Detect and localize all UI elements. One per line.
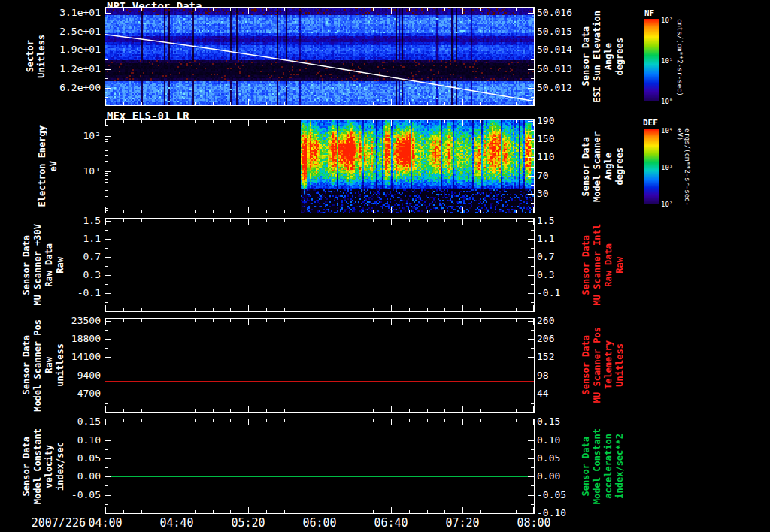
colorbar-def <box>644 129 659 204</box>
x-axis-tick-label: 08:00 <box>502 516 565 530</box>
colorbar-tick-label: 10⁰ <box>661 98 673 105</box>
y-tick-label-left: 23500 <box>0 315 101 326</box>
axis-label-line: degrees <box>614 38 626 76</box>
plot-area-scanner-pos[interactable] <box>105 318 535 413</box>
colorbar-tick-label: 10¹ <box>661 57 673 65</box>
y-tick-label-right: 98 <box>537 370 596 381</box>
colorbar-tick-label: 10² <box>661 17 673 24</box>
x-axis-tick-label: 06:40 <box>359 516 423 530</box>
y-tick-label-left: 14100 <box>0 351 101 362</box>
x-axis-tick-label: 05:20 <box>217 516 280 530</box>
y-tick-label-right: 50.016 <box>537 7 596 18</box>
y-tick-label-right: 0.7 <box>537 251 596 262</box>
els-spectrogram-canvas <box>105 120 534 213</box>
y-tick-label-left: 1.2e+01 <box>0 63 101 74</box>
axis-label-line: Sensor Data <box>581 437 592 496</box>
y-tick-label-right: 0.15 <box>537 416 596 427</box>
y-tick-label-right: 0.10 <box>537 434 596 446</box>
y-tick-label-right: 30 <box>537 188 596 199</box>
plot-area-els-spectrogram[interactable] <box>105 119 535 213</box>
y-tick-label-left: 3.1e+01 <box>0 7 101 18</box>
y-tick-label-right: 50.012 <box>537 82 596 93</box>
y-tick-label-right: 50.015 <box>537 26 596 37</box>
x-axis-date-label: 2007/226 <box>0 516 86 530</box>
y-tick-label-right: 206 <box>537 333 596 344</box>
y-tick-label-right: 50.013 <box>537 63 596 74</box>
colorbar-nf-title: NF <box>644 8 654 18</box>
y-tick-label-left: 2.5e+01 <box>0 26 101 37</box>
x-axis-tick-label: 04:40 <box>145 516 208 530</box>
colorbar-nf <box>644 19 659 101</box>
y-tick-label-left: -0.1 <box>0 287 101 298</box>
colorbar-def-title: DEF <box>643 118 658 128</box>
y-tick-label-right: 44 <box>537 388 596 399</box>
y-tick-label-left: 0.7 <box>0 251 101 262</box>
axis-label-line: index/sec <box>55 442 66 491</box>
axis-label-line: degrees <box>614 147 626 186</box>
y-tick-label-left: 18800 <box>0 333 101 344</box>
axis-label-line: index/sec**2 <box>614 434 626 499</box>
plot-area-mu-scanner-30v[interactable] <box>105 218 535 312</box>
y-tick-label-left: 0.3 <box>0 269 101 280</box>
y-tick-label-left: 0.05 <box>0 452 101 464</box>
model-constant-line-canvas <box>105 419 534 513</box>
y-tick-label-right: 70 <box>537 170 596 181</box>
y-tick-label-right: 152 <box>537 351 596 362</box>
axis-label-line: acceleration <box>603 434 614 499</box>
colorbar-tick-label: 10² <box>661 201 673 208</box>
scanner-pos-line-canvas <box>105 319 534 412</box>
axis-label-line: Raw Data <box>603 243 614 287</box>
y-tick-label-left: 4700 <box>0 388 101 399</box>
x-axis-tick-label: 04:00 <box>74 516 137 530</box>
axis-label-line: Angle <box>603 153 614 180</box>
y-tick-label-left: 6.2e+00 <box>0 82 101 93</box>
y-tick-label-left: -0.05 <box>0 489 101 500</box>
y-tick-label-right: 110 <box>537 151 596 162</box>
axis-label-line: Angle <box>603 43 614 70</box>
colorbar-tick-label: 10⁴ <box>661 127 673 135</box>
y-tick-label-left: 10² <box>0 130 101 141</box>
figure-multipanel-plot: NPI Vector Data MEx ELS-01 LR Sector Uni… <box>0 0 770 532</box>
y-tick-label-left: 1.1 <box>0 233 101 244</box>
y-tick-label-left: 1.9e+01 <box>0 44 101 55</box>
y-tick-label-left: 10¹ <box>0 165 101 177</box>
y-tick-label-right: 1.1 <box>537 233 596 244</box>
axis-label-line: Raw <box>614 257 626 274</box>
y-tick-label-right: 0.00 <box>537 470 596 482</box>
x-axis-tick-label: 07:20 <box>431 516 494 530</box>
y-tick-label-left: 9400 <box>0 370 101 381</box>
y-tick-label-right: -0.1 <box>537 287 596 298</box>
mu-scanner-line-canvas <box>105 219 534 311</box>
y-tick-label-left: 0.00 <box>0 470 101 482</box>
y-tick-label-right: 0.05 <box>537 452 596 464</box>
y-tick-label-left: 0.15 <box>0 416 101 427</box>
y-tick-label-right: -0.05 <box>537 489 596 500</box>
axis-label-line: Unitless <box>614 343 626 387</box>
y-tick-label-right: 1.5 <box>537 215 596 226</box>
y-tick-label-right: 260 <box>537 315 596 326</box>
plot-area-model-constant[interactable] <box>105 419 535 514</box>
y-tick-label-right: 0.3 <box>537 269 596 280</box>
colorbar-def-unit: ergs/(cm**2-sr-sec-eV) <box>676 128 691 211</box>
y-tick-label-left: 1.5 <box>0 215 101 226</box>
plot-area-npi-spectrogram[interactable] <box>105 7 535 106</box>
npi-spectrogram-canvas <box>105 8 534 105</box>
y-tick-label-right: 150 <box>537 133 596 144</box>
axis-label-line: Sensor Data <box>21 437 32 496</box>
colorbar-nf-unit: cnts/(cm**2-sr-sec) <box>676 19 684 103</box>
y-tick-label-right: 50.014 <box>537 44 596 55</box>
axis-label-line: Telemetry <box>603 340 614 389</box>
y-tick-label-right: 190 <box>537 115 596 126</box>
x-axis-tick-label: 06:00 <box>288 516 351 530</box>
colorbar-tick-label: 10³ <box>661 164 673 171</box>
y-tick-label-left: 0.10 <box>0 434 101 446</box>
